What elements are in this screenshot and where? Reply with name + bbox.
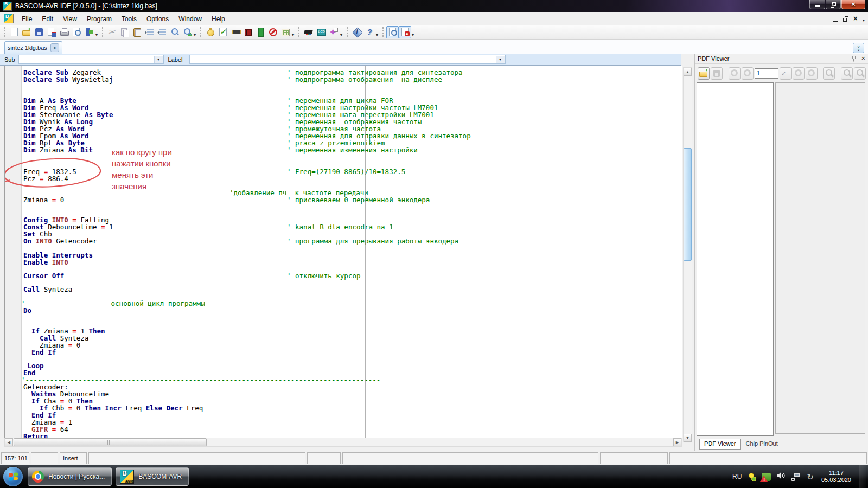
find-next-button[interactable] bbox=[181, 26, 193, 38]
pdf-close-icon[interactable]: × bbox=[861, 56, 865, 61]
pdf-page-pane[interactable] bbox=[775, 82, 865, 434]
menu-item-help[interactable]: Help bbox=[207, 13, 230, 25]
help-icon bbox=[365, 27, 374, 37]
scroll-right-icon[interactable]: ▶ bbox=[673, 438, 681, 446]
status-cell: 157: 101 bbox=[1, 452, 29, 464]
sub-dropdown[interactable]: ▼ bbox=[18, 55, 164, 64]
new-file-button[interactable] bbox=[8, 26, 20, 38]
document-icon[interactable] bbox=[4, 14, 14, 23]
indent-button[interactable] bbox=[143, 26, 156, 38]
pdf-page-input[interactable] bbox=[755, 68, 778, 79]
antivirus-alert-icon[interactable] bbox=[762, 473, 771, 481]
menu-item-options[interactable]: Options bbox=[142, 13, 174, 25]
mdi-restore-icon[interactable] bbox=[843, 16, 848, 21]
simulate-button[interactable] bbox=[204, 26, 216, 38]
lcd-designer-button[interactable] bbox=[315, 26, 327, 38]
stop-button[interactable] bbox=[266, 26, 279, 38]
paste-button[interactable] bbox=[131, 26, 143, 38]
dropdown-caret-icon[interactable]: ▾ bbox=[412, 33, 414, 37]
taskbar-clock[interactable]: 11:17 05.03.2020 bbox=[821, 470, 851, 484]
copy-button[interactable] bbox=[118, 26, 131, 38]
editor-tab-bar: sintez 1klg.bas x ∨∨ bbox=[0, 40, 868, 54]
print-button[interactable] bbox=[58, 26, 70, 38]
tab-sintez1klg[interactable]: sintez 1klg.bas x bbox=[4, 41, 62, 54]
label-dropdown[interactable]: ▼ bbox=[189, 55, 506, 64]
network-icon[interactable] bbox=[791, 473, 801, 481]
calculator-button[interactable] bbox=[279, 26, 291, 38]
chevron-down-icon[interactable]: ▾ bbox=[863, 18, 865, 23]
vertical-scrollbar[interactable]: ▲ ▼ bbox=[683, 67, 692, 442]
show-desktop-button[interactable] bbox=[859, 465, 866, 488]
dropdown-caret-icon[interactable]: ▾ bbox=[340, 33, 342, 37]
help-button[interactable] bbox=[363, 26, 375, 38]
pdf-thumbnail-pane[interactable] bbox=[697, 82, 774, 436]
menu-item-window[interactable]: Window bbox=[174, 13, 207, 25]
save-as-button[interactable] bbox=[45, 26, 58, 38]
about-info-button[interactable] bbox=[350, 26, 363, 38]
dropdown-arrow-icon[interactable]: ▼ bbox=[496, 56, 505, 63]
mdi-minimize-icon[interactable] bbox=[833, 21, 838, 22]
tab-chip-pinout[interactable]: Chip PinOut bbox=[741, 439, 782, 450]
scroll-down-icon[interactable]: ▼ bbox=[684, 434, 692, 442]
compile-button[interactable] bbox=[229, 26, 241, 38]
pdf-view-button[interactable] bbox=[386, 26, 399, 38]
volume-icon[interactable] bbox=[776, 472, 786, 481]
find-button[interactable] bbox=[168, 26, 181, 38]
horizontal-scroll-thumb[interactable] bbox=[14, 438, 207, 446]
dropdown-caret-icon[interactable]: ▾ bbox=[292, 33, 294, 37]
restore-button[interactable] bbox=[826, 0, 841, 9]
tab-close-icon[interactable]: x bbox=[50, 43, 59, 52]
open-pdf-button[interactable] bbox=[698, 67, 710, 80]
cut-button[interactable] bbox=[106, 26, 118, 38]
zoom-out-button[interactable] bbox=[854, 67, 866, 80]
menu-item-program[interactable]: Program bbox=[82, 13, 117, 25]
dropdown-caret-icon[interactable]: ▾ bbox=[376, 33, 378, 37]
mdi-close-icon[interactable]: × bbox=[853, 16, 858, 21]
taskbar-bascom-button[interactable]: BASCOM-AVR bbox=[116, 467, 189, 486]
taskbar-chrome-button[interactable]: Новости | Русска... bbox=[28, 467, 112, 486]
scroll-left-icon[interactable]: ◀ bbox=[5, 438, 13, 446]
scroll-up-icon[interactable]: ▲ bbox=[684, 68, 692, 76]
menu-item-view[interactable]: View bbox=[58, 13, 82, 25]
lib-manager-button[interactable] bbox=[254, 26, 266, 38]
pdf-create-button[interactable] bbox=[399, 26, 411, 38]
dropdown-caret-icon[interactable]: ▾ bbox=[95, 33, 98, 37]
tab-overflow-button[interactable]: ∨∨ bbox=[853, 43, 864, 53]
bascom-app-icon bbox=[3, 2, 12, 11]
menu-item-edit[interactable]: Edit bbox=[37, 13, 58, 25]
horizontal-scrollbar[interactable]: ◀ ▶ bbox=[4, 438, 682, 447]
pin-icon[interactable] bbox=[851, 56, 857, 62]
syntax-check-button[interactable] bbox=[216, 26, 229, 38]
next-page-button[interactable] bbox=[793, 67, 805, 80]
bascom-icon bbox=[120, 470, 134, 484]
dropdown-caret-icon[interactable]: ▾ bbox=[194, 33, 196, 37]
prev-page-button[interactable] bbox=[742, 67, 754, 80]
sync-icon[interactable]: ↻ bbox=[807, 473, 814, 481]
menu-item-tools[interactable]: Tools bbox=[117, 13, 142, 25]
fit-page-button[interactable] bbox=[780, 67, 792, 80]
dropdown-arrow-icon[interactable]: ▼ bbox=[154, 56, 163, 63]
minimize-button[interactable] bbox=[809, 0, 825, 9]
exit-button[interactable] bbox=[82, 26, 95, 38]
terminal-button[interactable] bbox=[302, 26, 315, 38]
tab-pdf-viewer[interactable]: PDF Viewer bbox=[699, 439, 741, 450]
vertical-scroll-thumb[interactable] bbox=[684, 148, 692, 261]
save-pdf-button[interactable] bbox=[711, 67, 723, 80]
last-page-button[interactable] bbox=[806, 67, 818, 80]
open-file-button[interactable] bbox=[20, 26, 33, 38]
graphic-converter-button[interactable] bbox=[327, 26, 340, 38]
download-manager-icon[interactable] bbox=[748, 472, 756, 481]
zoom-in-button[interactable] bbox=[841, 67, 853, 80]
start-button[interactable] bbox=[3, 467, 23, 486]
language-indicator[interactable]: RU bbox=[732, 473, 742, 480]
program-chip-button[interactable] bbox=[241, 26, 254, 38]
first-page-button[interactable] bbox=[729, 67, 741, 80]
save-file-button[interactable] bbox=[33, 26, 45, 38]
close-button[interactable]: × bbox=[841, 0, 865, 9]
zoom-button[interactable] bbox=[823, 67, 835, 80]
code-editor[interactable]: Declare Sub Zegarek' подпрограмма тактир… bbox=[4, 66, 682, 438]
about-info-icon bbox=[352, 27, 362, 37]
unindent-button[interactable] bbox=[156, 26, 168, 38]
print-preview-button[interactable] bbox=[70, 26, 82, 38]
menu-item-file[interactable]: File bbox=[17, 13, 37, 25]
